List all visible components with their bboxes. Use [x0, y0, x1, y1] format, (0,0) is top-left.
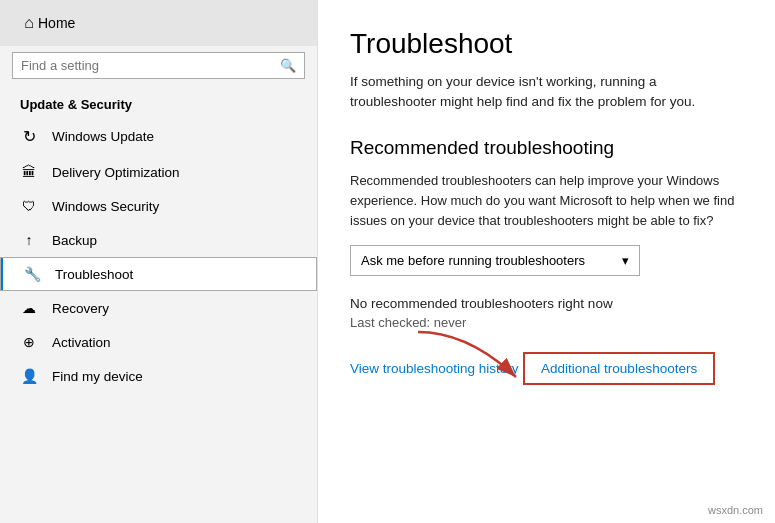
activation-icon: ⊕: [20, 334, 38, 350]
windows-security-icon: 🛡: [20, 198, 38, 214]
page-description: If something on your device isn't workin…: [350, 72, 743, 113]
sidebar-item-windows-security[interactable]: 🛡 Windows Security: [0, 189, 317, 223]
search-icon: 🔍: [280, 58, 296, 73]
sidebar-item-label: Recovery: [52, 301, 109, 316]
find-my-device-icon: 👤: [20, 368, 38, 384]
sidebar-item-label: Backup: [52, 233, 97, 248]
sidebar-item-backup[interactable]: ↑ Backup: [0, 223, 317, 257]
dropdown-value: Ask me before running troubleshooters: [361, 253, 585, 268]
home-icon: ⌂: [20, 14, 38, 32]
main-content: Troubleshoot If something on your device…: [318, 0, 775, 523]
sidebar-item-label: Delivery Optimization: [52, 165, 180, 180]
page-title: Troubleshoot: [350, 28, 743, 60]
sidebar-item-label: Activation: [52, 335, 111, 350]
sidebar-item-label: Windows Security: [52, 199, 159, 214]
home-label: Home: [38, 15, 75, 31]
troubleshoot-icon: 🔧: [23, 266, 41, 282]
sidebar-item-delivery-optimization[interactable]: 🏛 Delivery Optimization: [0, 155, 317, 189]
watermark: wsxdn.com: [704, 503, 767, 517]
sidebar-section-title: Update & Security: [0, 89, 317, 118]
troubleshoot-dropdown[interactable]: Ask me before running troubleshooters ▾: [350, 245, 640, 276]
search-box[interactable]: 🔍: [12, 52, 305, 79]
sidebar-item-label: Windows Update: [52, 129, 154, 144]
sidebar-item-recovery[interactable]: ☁ Recovery: [0, 291, 317, 325]
backup-icon: ↑: [20, 232, 38, 248]
sidebar-item-label: Troubleshoot: [55, 267, 133, 282]
recommended-section-desc: Recommended troubleshooters can help imp…: [350, 171, 743, 231]
sidebar-item-label: Find my device: [52, 369, 143, 384]
chevron-down-icon: ▾: [622, 253, 629, 268]
sidebar-item-troubleshoot[interactable]: 🔧 Troubleshoot: [0, 257, 317, 291]
view-history-link[interactable]: View troubleshooting history: [350, 361, 519, 376]
last-checked-text: Last checked: never: [350, 315, 743, 330]
delivery-optimization-icon: 🏛: [20, 164, 38, 180]
recommended-section-title: Recommended troubleshooting: [350, 137, 743, 159]
sidebar-home[interactable]: ⌂ Home: [0, 0, 317, 46]
additional-troubleshooters-button[interactable]: Additional troubleshooters: [523, 352, 715, 385]
sidebar-item-windows-update[interactable]: ↻ Windows Update: [0, 118, 317, 155]
sidebar: ⌂ Home 🔍 Update & Security ↻ Windows Upd…: [0, 0, 318, 523]
sidebar-item-find-my-device[interactable]: 👤 Find my device: [0, 359, 317, 393]
recovery-icon: ☁: [20, 300, 38, 316]
no-troubleshooters-text: No recommended troubleshooters right now: [350, 296, 743, 311]
windows-update-icon: ↻: [20, 127, 38, 146]
sidebar-item-activation[interactable]: ⊕ Activation: [0, 325, 317, 359]
search-input[interactable]: [21, 58, 280, 73]
